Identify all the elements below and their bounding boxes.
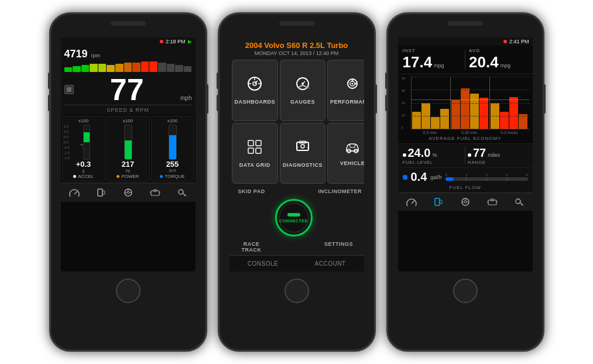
phone-1: 2:18 PM ▶ 4719 rpm xyxy=(49,12,207,352)
p2-race-track-label: RACE TRACK xyxy=(234,241,269,253)
svg-text:100: 100 xyxy=(305,86,310,90)
p1-accel-bullet xyxy=(73,175,76,178)
p1-tab-engine[interactable] xyxy=(147,187,163,198)
p3-flow-val: 0.4 xyxy=(411,170,427,184)
p2-tab-account[interactable]: ACCOUNT xyxy=(297,259,364,269)
phone-3-screen: 2:41 PM INST 17.4 mpg AVG 20.4 mpg xyxy=(398,37,533,272)
p3-inst-block: INST 17.4 mpg xyxy=(403,48,462,71)
p2-cell-diagnostics[interactable]: DIAGNOSTICS xyxy=(280,123,325,184)
p3-mpg-divider xyxy=(465,50,465,70)
svg-rect-30 xyxy=(248,140,253,146)
p3-range-label: RANGE xyxy=(468,160,528,165)
p2-home-btn[interactable] xyxy=(284,279,309,303)
p2-dashboards-icon xyxy=(246,75,263,95)
p2-performance-icon xyxy=(344,75,361,95)
p3-tab-speed[interactable] xyxy=(405,197,419,207)
p1-pause-icon[interactable] xyxy=(64,85,74,94)
p3-stat-divider xyxy=(465,146,465,164)
p1-tabbar xyxy=(61,183,196,202)
p3-bar xyxy=(509,97,518,129)
p3-fuel-unit: % xyxy=(432,152,437,158)
p1-rpm-bar xyxy=(64,61,192,72)
p2-vehicle-icon xyxy=(344,140,361,157)
p3-inst-unit: mpg xyxy=(434,63,444,68)
p3-fuel-range-row: 24.0 % FUEL LEVEL 77 miles RANGE xyxy=(398,143,533,167)
p2-connected-knob[interactable]: CONNECTED xyxy=(275,199,313,236)
p2-gauges-icon: 0100 xyxy=(294,75,311,95)
p3-group2-label: 0-30 min. xyxy=(450,131,489,135)
svg-point-24 xyxy=(301,83,304,85)
p3-inst-label: INST xyxy=(403,48,462,53)
p1-time: 2:18 PM xyxy=(166,39,186,44)
phone-2-screen: 2004 Volvo S60 R 2.5L Turbo MONDAY OCT 1… xyxy=(229,37,364,272)
p3-volume-down-btn[interactable] xyxy=(385,95,388,111)
p1-home-btn[interactable] xyxy=(116,279,140,303)
p2-diagnostics-icon xyxy=(294,139,311,159)
phone-3: 2:41 PM INST 17.4 mpg AVG 20.4 mpg xyxy=(386,12,544,352)
p1-metrics-row: x100 1.5 1.0 0.5 0.0 -0.5 -1.0 -1.5 xyxy=(61,115,196,183)
p1-torque-value: 255 xyxy=(166,160,179,169)
p2-cell-performance[interactable]: PERFORMANCE xyxy=(327,60,364,121)
p1-accel-box: x100 1.5 1.0 0.5 0.0 -0.5 -1.0 -1.5 xyxy=(62,116,105,181)
p3-bar xyxy=(519,114,527,129)
p2-volume-down-btn[interactable] xyxy=(217,95,219,111)
svg-text:0: 0 xyxy=(299,86,301,90)
p3-fuel-flow-section: 0.4 gal/h 0 1 2 3 4 xyxy=(398,167,533,193)
p2-skid-pad-label: SKID PAD xyxy=(234,188,269,194)
p2-power-btn[interactable] xyxy=(375,84,377,114)
p2-car-title: 2004 Volvo S60 R 2.5L Turbo xyxy=(232,41,362,50)
p3-tab-engine[interactable] xyxy=(485,197,499,207)
p2-gauges-label: GAUGES xyxy=(290,99,315,105)
p3-group3-label: 0-3 hours xyxy=(489,131,529,135)
p3-tabbar xyxy=(398,193,533,211)
p3-power-btn[interactable] xyxy=(543,84,546,114)
phone-2: 2004 Volvo S60 R 2.5L Turbo MONDAY OCT 1… xyxy=(218,12,376,352)
svg-rect-33 xyxy=(256,148,261,153)
p1-tab-fuel[interactable] xyxy=(93,187,109,198)
p3-chart-label: AVERAGE FUEL ECONOMY xyxy=(402,136,529,141)
p1-power-box: x100 217 hp POWER xyxy=(107,116,150,181)
p2-settings-label: SETTINGS xyxy=(318,241,359,253)
p3-tab-fuel[interactable] xyxy=(431,197,445,207)
p2-tab-console[interactable]: CONSOLE xyxy=(229,259,297,269)
phone-1-screen: 2:18 PM ▶ 4719 rpm xyxy=(61,37,196,272)
p1-rpm-label: rpm xyxy=(91,53,101,59)
p2-datagrid-icon xyxy=(246,139,263,159)
p2-volume-up-btn[interactable] xyxy=(217,73,219,89)
p3-flow-bullet xyxy=(403,175,407,180)
p1-tab-key[interactable] xyxy=(174,187,190,198)
p2-performance-label: PERFORMANCE xyxy=(330,99,364,105)
p2-date: MONDAY OCT 14, 2013 / 12:40 PM xyxy=(232,50,362,56)
p3-fuel-level-block: 24.0 % FUEL LEVEL xyxy=(403,146,463,165)
p3-group1-label: 0-5 min. xyxy=(411,131,450,135)
p1-tab-steering[interactable] xyxy=(120,187,136,198)
p2-datagrid-label: DATA GRID xyxy=(239,162,270,168)
p3-flow-bar xyxy=(445,177,528,181)
p3-bar xyxy=(500,112,509,129)
p3-fuel-val: 24.0 xyxy=(408,146,431,160)
p2-cell-datagrid[interactable]: DATA GRID xyxy=(232,123,279,184)
p3-tab-key[interactable] xyxy=(512,197,526,207)
p2-cell-gauges[interactable]: 0100 GAUGES xyxy=(280,60,325,121)
p2-header: 2004 Volvo S60 R 2.5L Turbo MONDAY OCT 1… xyxy=(229,37,364,57)
p3-home-btn[interactable] xyxy=(453,279,478,303)
p1-speed-value: 77 xyxy=(110,74,144,105)
svg-point-0 xyxy=(70,190,79,197)
p3-volume-up-btn[interactable] xyxy=(385,73,388,89)
svg-rect-44 xyxy=(435,198,440,205)
p2-cell-dashboards[interactable]: DASHBOARDS xyxy=(232,60,279,121)
p3-tab-steering[interactable] xyxy=(458,197,472,207)
p1-tab-speed[interactable] xyxy=(66,187,83,198)
p2-cell-vehicle[interactable]: VEHICLE xyxy=(327,123,364,184)
power-btn[interactable] xyxy=(206,84,208,114)
p3-inst-val: 17.4 xyxy=(403,53,433,71)
p1-speed-unit: mph xyxy=(180,95,191,105)
svg-rect-32 xyxy=(248,148,253,153)
p3-chart-area: 40 30 20 10 0 xyxy=(398,74,533,143)
p1-status-bar: 2:18 PM ▶ xyxy=(61,37,196,46)
volume-down-btn[interactable] xyxy=(48,95,50,111)
p1-accel-value: +0.3 xyxy=(76,160,91,169)
volume-up-btn[interactable] xyxy=(48,73,50,89)
svg-line-43 xyxy=(412,201,414,204)
p3-range-val: 77 xyxy=(473,146,486,160)
